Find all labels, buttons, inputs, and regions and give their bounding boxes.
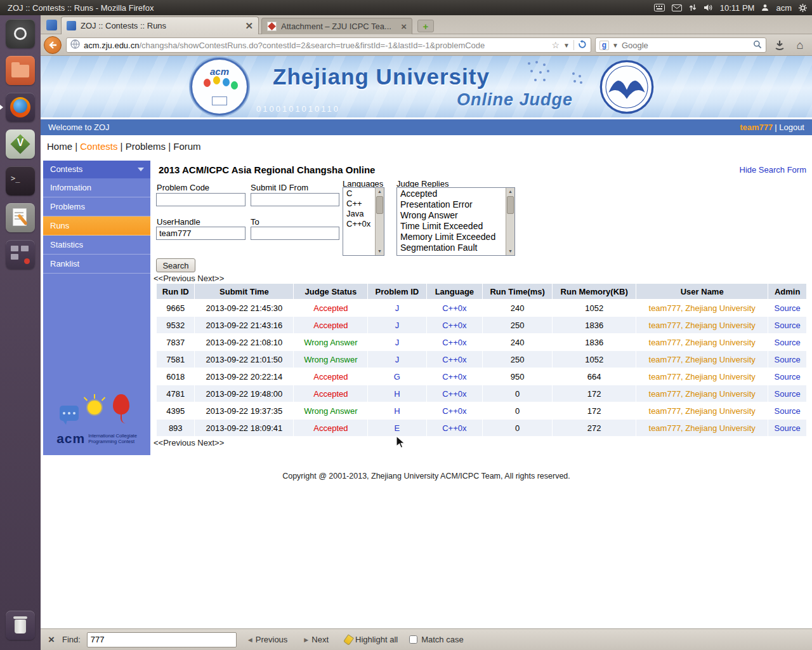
language-option[interactable]: C++ (343, 199, 374, 209)
scrollbar-thumb[interactable] (376, 196, 383, 214)
find-next-button[interactable]: ▶Next (299, 632, 334, 647)
submit-id-from-input[interactable] (251, 193, 339, 206)
cell-language[interactable]: C++0x (427, 368, 483, 385)
mail-indicator-icon[interactable] (672, 4, 682, 11)
cell-problem-id[interactable]: J (368, 300, 426, 316)
language-option[interactable]: C (343, 189, 374, 199)
cell-language[interactable]: C++0x (427, 317, 483, 333)
logged-in-user[interactable]: team777 (740, 123, 773, 132)
scroll-down-icon[interactable]: ▼ (506, 248, 514, 255)
cell-user-name[interactable]: team777, Zhejiang University (636, 385, 768, 402)
trash-icon[interactable] (6, 611, 35, 640)
url-text[interactable]: acm.zju.edu.cn/changsha/showContestRuns.… (84, 41, 548, 50)
tab-attachment[interactable]: Attachment – ZJU ICPC Tea... × (261, 18, 412, 34)
new-tab-button[interactable]: + (417, 20, 434, 32)
firefox-icon[interactable] (6, 93, 35, 122)
user-indicator-icon[interactable] (761, 4, 769, 11)
language-option[interactable]: C++0x (343, 219, 374, 229)
cell-language[interactable]: C++0x (427, 334, 483, 350)
to-input[interactable] (251, 227, 339, 240)
find-input[interactable] (87, 632, 237, 647)
sidebar-item-statistics[interactable]: Statistics (43, 235, 150, 255)
judge-replies-scrollbar[interactable]: ▲ ▼ (506, 188, 514, 255)
cell-problem-id[interactable]: H (368, 385, 426, 402)
text-editor-icon[interactable] (6, 203, 35, 232)
clock[interactable]: 10:11 PM (720, 3, 755, 13)
cell-admin[interactable]: Source (768, 402, 806, 419)
sidebar-item-problems[interactable]: Problems (43, 197, 150, 216)
cell-user-name[interactable]: team777, Zhejiang University (636, 351, 768, 368)
cell-admin[interactable]: Source (768, 351, 806, 368)
sidebar-header-contests[interactable]: Contests (43, 161, 150, 178)
scrollbar-thumb[interactable] (507, 196, 514, 214)
pinned-tab-zoj[interactable] (46, 20, 57, 30)
cell-language[interactable]: C++0x (427, 420, 483, 436)
cell-admin[interactable]: Source (768, 334, 806, 350)
site-identity-icon[interactable] (70, 39, 80, 51)
sidebar-item-information[interactable]: Information (43, 178, 150, 197)
files-icon[interactable] (6, 56, 35, 85)
home-button[interactable]: ⌂ (792, 37, 808, 53)
cell-admin[interactable]: Source (768, 385, 806, 402)
url-dropdown-icon[interactable]: ▼ (563, 42, 570, 49)
keyboard-indicator-icon[interactable] (654, 4, 665, 11)
cell-problem-id[interactable]: J (368, 351, 426, 368)
cell-problem-id[interactable]: J (368, 317, 426, 333)
tab-close-icon[interactable]: × (401, 22, 407, 31)
menu-item-problems[interactable]: Problems (126, 141, 166, 152)
downloads-button[interactable] (771, 37, 788, 53)
judge-reply-option[interactable]: Accepted (397, 189, 505, 199)
languages-scrollbar[interactable]: ▲ ▼ (375, 188, 384, 255)
cell-language[interactable]: C++0x (427, 402, 483, 419)
cell-user-name[interactable]: team777, Zhejiang University (636, 368, 768, 385)
language-option[interactable]: Java (343, 209, 374, 219)
judge-reply-option[interactable]: Wrong Answer (397, 210, 505, 221)
cell-problem-id[interactable]: J (368, 334, 426, 350)
cell-user-name[interactable]: team777, Zhejiang University (636, 420, 768, 436)
cell-problem-id[interactable]: E (368, 420, 426, 436)
cell-user-name[interactable]: team777, Zhejiang University (636, 317, 768, 333)
search-bar[interactable]: g ▼ (595, 37, 766, 53)
tab-close-icon[interactable]: ✕ (245, 21, 253, 30)
pagination-top[interactable]: <<Previous Next>> (154, 274, 224, 283)
userhandle-input[interactable] (156, 227, 246, 240)
gear-icon[interactable] (799, 4, 807, 12)
sidebar-item-runs[interactable]: Runs (43, 216, 150, 235)
judge-replies-listbox[interactable]: AcceptedPresentation ErrorWrong AnswerTi… (396, 187, 515, 256)
scroll-down-icon[interactable]: ▼ (376, 248, 384, 255)
logout-link[interactable]: | Logout (775, 123, 804, 132)
cell-admin[interactable]: Source (768, 368, 806, 385)
cell-user-name[interactable]: team777, Zhejiang University (636, 402, 768, 419)
cell-language[interactable]: C++0x (427, 385, 483, 402)
cell-user-name[interactable]: team777, Zhejiang University (636, 334, 768, 350)
menu-item-forum[interactable]: Forum (173, 141, 200, 152)
cell-admin[interactable]: Source (768, 317, 806, 333)
hide-search-form-link[interactable]: Hide Search Form (740, 165, 806, 175)
tab-zoj-runs[interactable]: ZOJ :: Contests :: Runs ✕ (61, 17, 259, 34)
workspace-switcher-icon[interactable] (6, 240, 35, 269)
judge-reply-option[interactable]: Presentation Error (397, 199, 505, 210)
cell-language[interactable]: C++0x (427, 351, 483, 368)
volume-indicator-icon[interactable] (704, 4, 713, 11)
judge-reply-option[interactable]: Segmentation Fault (397, 242, 505, 253)
problem-code-input[interactable] (156, 193, 246, 206)
scroll-up-icon[interactable]: ▲ (506, 188, 514, 196)
highlight-all-button[interactable]: Highlight all (340, 632, 403, 647)
scroll-up-icon[interactable]: ▲ (376, 188, 384, 196)
cell-admin[interactable]: Source (768, 420, 806, 436)
bookmark-star-icon[interactable]: ☆ (552, 40, 560, 50)
cell-admin[interactable]: Source (768, 300, 806, 316)
reload-icon[interactable] (578, 40, 587, 51)
menu-item-contests[interactable]: Contests (80, 141, 117, 152)
cell-problem-id[interactable]: G (368, 368, 426, 385)
judge-reply-option[interactable]: Time Limit Exceeded (397, 221, 505, 232)
search-engine-dropdown-icon[interactable]: ▼ (612, 42, 619, 49)
ubuntu-dash-icon[interactable] (6, 19, 35, 48)
magnifier-icon[interactable] (753, 40, 762, 51)
match-case-checkbox[interactable] (409, 635, 417, 644)
url-bar[interactable]: acm.zju.edu.cn/changsha/showContestRuns.… (66, 37, 591, 53)
cell-problem-id[interactable]: H (368, 402, 426, 419)
languages-listbox[interactable]: CC++JavaC++0x ▲ ▼ (343, 187, 384, 256)
search-button[interactable]: Search (156, 258, 195, 272)
sidebar-item-ranklist[interactable]: Ranklist (43, 255, 150, 274)
